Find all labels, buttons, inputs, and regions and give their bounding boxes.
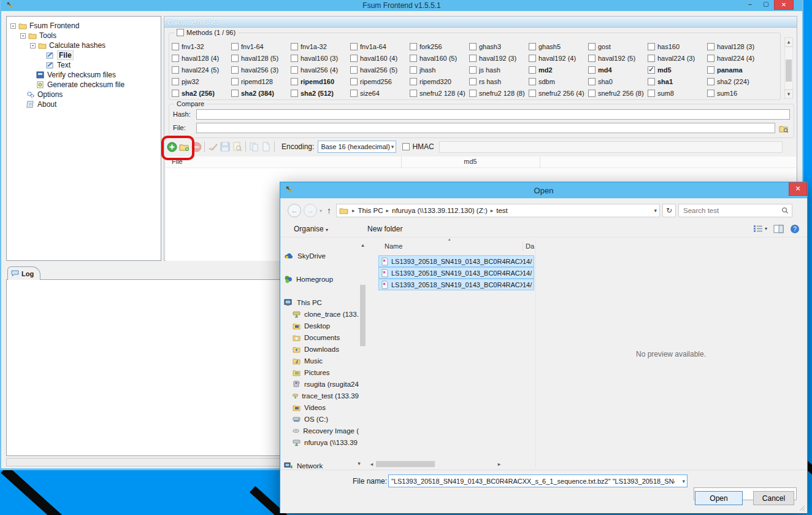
method-checkbox[interactable]: sha2 (512) xyxy=(291,90,350,97)
scroll-up-button[interactable]: ▴ xyxy=(359,241,367,249)
encoding-dropdown[interactable]: Base 16 (hexadecimal)▾ xyxy=(318,141,396,153)
breadcrumb-share[interactable]: nfuruya (\\133.39.112.130) (Z:) xyxy=(390,207,489,214)
method-checkbox[interactable]: sha2 (384) xyxy=(231,90,291,97)
expander-icon[interactable]: - xyxy=(10,23,16,29)
sidebar-item-trace-test[interactable]: trace_test (133.39 xyxy=(284,390,359,401)
sidebar-item-skydrive[interactable]: SkyDrive xyxy=(284,250,359,261)
sidebar-item-recovery-image[interactable]: Recovery Image ( xyxy=(284,425,359,436)
method-checkbox[interactable]: sha2 (224) xyxy=(707,78,767,85)
new-list-button[interactable] xyxy=(260,141,272,153)
method-checkbox[interactable]: ghash5 xyxy=(529,43,588,50)
method-checkbox[interactable]: haval192 (4) xyxy=(529,55,588,62)
tree-item-calculate-hashes[interactable]: -Calculate hashes xyxy=(10,41,161,50)
sidebar-item-desktop[interactable]: Desktop xyxy=(284,320,359,331)
method-checkbox[interactable]: snefru2 256 (8) xyxy=(588,90,648,97)
save-button[interactable] xyxy=(219,141,231,153)
method-checkbox[interactable]: js hash xyxy=(469,66,529,74)
method-checkbox[interactable]: haval160 (3) xyxy=(291,55,350,62)
forward-button[interactable]: → xyxy=(304,204,317,217)
expander-icon[interactable]: - xyxy=(30,43,36,48)
back-button[interactable]: ← xyxy=(288,204,301,217)
sidebar-item-videos[interactable]: Videos xyxy=(284,401,359,413)
method-checkbox[interactable]: pjw32 xyxy=(172,78,231,85)
method-checkbox[interactable]: sdbm xyxy=(529,78,588,85)
cancel-button[interactable]: Cancel xyxy=(753,491,794,505)
breadcrumb-test[interactable]: test xyxy=(494,207,510,214)
compare-file-input[interactable] xyxy=(196,123,775,133)
new-folder-button[interactable]: New folder xyxy=(367,225,402,233)
method-checkbox[interactable]: fork256 xyxy=(410,43,469,50)
dialog-close-button[interactable]: ✕ xyxy=(789,182,807,196)
organise-menu[interactable]: Organise ▾ xyxy=(294,225,328,233)
method-checkbox[interactable]: panama xyxy=(707,66,767,74)
method-checkbox[interactable]: haval224 (4) xyxy=(707,55,767,62)
scrollbar-thumb[interactable] xyxy=(376,461,435,467)
address-dropdown-chevron[interactable]: ▾ xyxy=(654,207,657,214)
method-checkbox[interactable]: jhash xyxy=(410,66,469,74)
tree-item-file[interactable]: File xyxy=(10,50,161,60)
method-checkbox[interactable]: ripemd320 xyxy=(410,78,469,85)
sidebar-item-documents[interactable]: Documents xyxy=(284,331,359,343)
method-checkbox[interactable]: ghash3 xyxy=(469,43,529,50)
compare-hash-input[interactable] xyxy=(196,109,790,120)
preview-button[interactable] xyxy=(231,141,243,153)
sidebar-scrollbar[interactable]: ▴ xyxy=(359,241,367,467)
method-checkbox[interactable]: rs hash xyxy=(469,78,529,85)
method-checkbox[interactable]: haval256 (5) xyxy=(350,66,410,74)
scroll-down-button[interactable]: ▾ xyxy=(784,90,793,99)
search-box[interactable] xyxy=(678,204,792,217)
start-calculation-button[interactable] xyxy=(207,141,219,153)
hmac-checkbox[interactable]: HMAC xyxy=(402,142,434,151)
column-name[interactable]: Name xyxy=(385,242,402,250)
method-checkbox[interactable]: fnv1-64 xyxy=(231,43,291,50)
sidebar-item-pictures[interactable]: Pictures xyxy=(284,366,359,378)
file-list-hscrollbar[interactable]: ◂ ▸ xyxy=(367,460,515,468)
file-name-combobox[interactable]: "LS1393_20518_SN419_0143_BC0R4RACXX_s_6_… xyxy=(388,474,688,487)
help-icon[interactable]: ? xyxy=(790,224,800,234)
column-date[interactable]: Da xyxy=(526,242,534,250)
method-checkbox[interactable]: ripemd160 xyxy=(291,78,350,85)
method-checkbox[interactable]: haval128 (3) xyxy=(707,43,767,50)
sidebar-item-music[interactable]: Music xyxy=(284,355,359,366)
column-md5[interactable]: md5 xyxy=(401,158,540,165)
scrollbar-thumb[interactable] xyxy=(786,60,792,82)
method-checkbox[interactable]: fnv1a-64 xyxy=(350,43,410,50)
sidebar-item-this-pc[interactable]: This PC xyxy=(284,296,359,308)
method-checkbox[interactable]: sum8 xyxy=(648,90,707,97)
method-checkbox[interactable]: md2 xyxy=(529,66,588,74)
preview-pane-icon[interactable] xyxy=(773,225,784,233)
method-checkbox[interactable]: sha2 (256) xyxy=(172,90,231,97)
file-row[interactable]: LS1393_20518_SN419_0143_BC0R4RACXX... 14… xyxy=(378,267,534,279)
tree-item-fsum-frontend[interactable]: -Fsum Frontend xyxy=(10,21,161,31)
method-checkbox[interactable]: fnv1a-32 xyxy=(291,43,350,50)
method-checkbox[interactable]: sha1 xyxy=(648,78,707,85)
method-checkbox[interactable]: gost xyxy=(588,43,648,50)
scrollbar-thumb[interactable] xyxy=(360,285,366,346)
sidebar-item-clone-trace[interactable]: clone_trace (133. xyxy=(284,308,359,320)
breadcrumb-this-pc[interactable]: This PC xyxy=(356,207,385,214)
file-row[interactable]: LS1393_20518_SN419_0143_BC0R4RACXX... 14… xyxy=(378,279,534,290)
method-checkbox[interactable]: ripemd128 xyxy=(231,78,291,85)
up-button[interactable]: ↑ xyxy=(327,206,331,215)
method-checkbox[interactable]: haval160 (5) xyxy=(410,55,469,62)
method-checkbox[interactable]: snefru2 128 (8) xyxy=(469,90,529,97)
refresh-button[interactable]: ↻ xyxy=(662,204,676,217)
tree-item-about[interactable]: About xyxy=(10,99,161,109)
method-checkbox[interactable]: size64 xyxy=(350,90,410,97)
method-checkbox[interactable]: haval256 (3) xyxy=(231,66,291,74)
method-checkbox[interactable]: haval256 (4) xyxy=(291,66,350,74)
method-checkbox[interactable]: haval160 (4) xyxy=(350,55,410,62)
log-tab[interactable]: Log xyxy=(7,266,40,280)
sidebar-item-nfuruya[interactable]: nfuruya (\\133.39 xyxy=(284,436,359,448)
method-checkbox[interactable]: sha0 xyxy=(588,78,648,85)
view-mode-button[interactable]: ▾ xyxy=(753,225,767,233)
minimize-button[interactable]: – xyxy=(742,0,758,10)
recent-locations-chevron[interactable]: ▾ xyxy=(320,208,322,214)
sidebar-scroll-down-button[interactable]: ▾ xyxy=(355,460,363,468)
methods-master-checkbox[interactable]: Methods (1 / 96) xyxy=(177,29,236,36)
method-checkbox[interactable]: ripemd256 xyxy=(350,78,410,85)
method-checkbox[interactable]: haval224 (3) xyxy=(648,55,707,62)
method-checkbox[interactable]: sum16 xyxy=(707,90,767,97)
method-checkbox[interactable]: has160 xyxy=(648,43,707,50)
methods-scrollbar[interactable]: ▴ ▾ xyxy=(784,37,793,99)
